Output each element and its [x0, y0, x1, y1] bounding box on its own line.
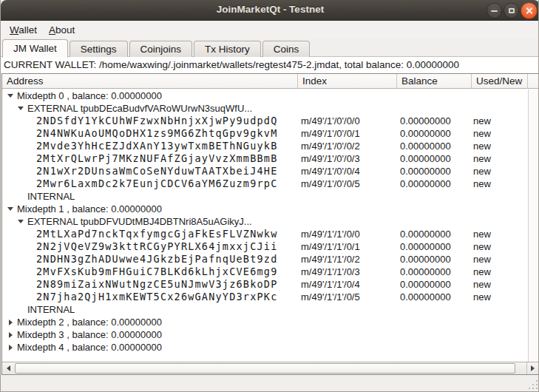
status-cell: new: [473, 253, 491, 266]
address-row[interactable]: 2MvFXsKub9mFHGuiC7BLKd6kLhjxCVE6mg9m/49'…: [2, 266, 527, 278]
branch-row[interactable]: INTERNAL: [2, 190, 527, 203]
status-cell: new: [473, 278, 491, 291]
mixdepth-row[interactable]: Mixdepth 3 , balance: 0.00000000: [2, 328, 527, 341]
close-button[interactable]: [521, 2, 538, 19]
status-cell: new: [473, 165, 491, 178]
tree-rows: Mixdepth 0 , balance: 0.00000000EXTERNAL…: [2, 89, 527, 354]
status-cell: new: [473, 127, 491, 140]
tree-header: Address Index Balance Used/New: [2, 74, 538, 89]
address-row[interactable]: 2NDSfdY1YkCUhWFzwxNbHnjxXjwPy9udpdQm/49'…: [2, 115, 527, 127]
branch-row[interactable]: EXTERNAL tpubDFVUDtMBJ4DBTNri8A5uAGikyJ.…: [2, 215, 527, 228]
column-header-used-new[interactable]: Used/New: [472, 74, 528, 89]
index-cell: m/49'/1'/1'/0/4: [301, 278, 360, 291]
current-wallet-banner: CURRENT WALLET: /home/waxwing/.joinmarke…: [1, 57, 539, 73]
minimize-icon: [491, 10, 498, 12]
index-cell: m/49'/1'/1'/0/0: [301, 228, 360, 240]
column-header-balance[interactable]: Balance: [397, 74, 472, 89]
title-bar[interactable]: JoinMarketQt - Testnet: [1, 0, 539, 21]
index-cell: m/49'/1'/1'/0/1: [301, 240, 360, 253]
column-header-index[interactable]: Index: [298, 74, 397, 89]
status-cell: new: [473, 115, 491, 127]
scroll-left-icon: [7, 365, 10, 371]
address-row[interactable]: 2N89miZaixNWutNgzCE5uNJmwV3jz6BkoDPm/49'…: [2, 278, 527, 291]
address-row[interactable]: 2N2jVQeVZ9w3kttRCGyPYRLX64jmxxjCJiim/49'…: [2, 240, 527, 253]
mixdepth-label: Mixdepth 0 , balance: 0.00000000: [17, 89, 162, 102]
address-cell: 2MvFXsKub9mFHGuiC7BLKd6kLhjxCVE6mg9: [36, 266, 277, 278]
status-cell: new: [473, 240, 491, 253]
window-title: JoinMarketQt - Testnet: [1, 4, 539, 15]
index-cell: m/49'/1'/0'/0/4: [301, 165, 360, 178]
menu-item-about[interactable]: About: [43, 23, 81, 37]
balance-cell: 0.00000000: [400, 278, 451, 291]
address-row[interactable]: 2Mvde3YhHcEZJdXAnY13ywTxmBEThNGuykBm/49'…: [2, 140, 527, 152]
scroll-right-icon: [531, 365, 535, 371]
horizontal-scrollbar[interactable]: [2, 362, 538, 374]
address-cell: 2MtXrQLwrPj7MKzNUFAfZGjayVvzXmmBBmB: [36, 152, 277, 165]
balance-cell: 0.00000000: [400, 291, 451, 303]
maximize-icon: [509, 8, 515, 13]
branch-row[interactable]: INTERNAL: [2, 303, 527, 316]
status-cell: new: [473, 266, 491, 278]
address-cell: 2N2jVQeVZ9w3kttRCGyPYRLX64jmxxjCJii: [36, 240, 277, 253]
collapse-arrow-icon[interactable]: [5, 316, 16, 328]
index-cell: m/49'/1'/1'/0/3: [301, 266, 360, 278]
expand-arrow-icon[interactable]: [5, 89, 16, 102]
mixdepth-row[interactable]: Mixdepth 4 , balance: 0.00000000: [2, 341, 527, 354]
collapse-arrow-icon[interactable]: [5, 328, 16, 341]
scroll-right-button[interactable]: [526, 362, 538, 374]
address-row[interactable]: 2NDHN3gZhADUwwe4JGkzbEjPafnqUeBt9zdm/49'…: [2, 253, 527, 266]
window-controls: [485, 2, 538, 19]
index-cell: m/49'/1'/1'/0/2: [301, 253, 360, 266]
tab-jm-wallet[interactable]: JM Wallet: [2, 39, 68, 58]
menu-item-wallet[interactable]: Wallet: [4, 23, 43, 37]
mixdepth-label: Mixdepth 3 , balance: 0.00000000: [17, 328, 162, 341]
tab-settings[interactable]: Settings: [70, 41, 128, 57]
expand-arrow-icon[interactable]: [16, 102, 26, 115]
scrollbar-thumb[interactable]: [15, 363, 515, 374]
mixdepth-row[interactable]: Mixdepth 0 , balance: 0.00000000: [2, 89, 527, 102]
mixdepth-label: Mixdepth 2 , balance: 0.00000000: [17, 316, 162, 328]
mixdepth-row[interactable]: Mixdepth 2 , balance: 0.00000000: [2, 316, 527, 328]
balance-cell: 0.00000000: [400, 266, 451, 278]
tab-tx-history[interactable]: Tx History: [194, 41, 261, 57]
address-cell: 2N89miZaixNWutNgzCE5uNJmwV3jz6BkoDP: [36, 278, 277, 291]
branch-label: INTERNAL: [27, 303, 75, 316]
balance-cell: 0.00000000: [400, 140, 451, 152]
collapse-arrow-icon[interactable]: [5, 341, 16, 354]
address-row[interactable]: 2MtLXaPd7nckTqxfymgcGjaFkEsFLVZNwkwm/49'…: [2, 228, 527, 240]
expand-arrow-icon[interactable]: [16, 215, 26, 228]
index-cell: m/49'/1'/0'/0/3: [301, 152, 360, 165]
address-row[interactable]: 2N7jha2QjH1xmKEWT5Cx26wGANyYD3rxPKcm/49'…: [2, 291, 527, 303]
balance-cell: 0.00000000: [400, 152, 451, 165]
column-header-address[interactable]: Address: [2, 74, 298, 89]
resize-grip[interactable]: [528, 379, 538, 389]
mixdepth-row[interactable]: Mixdepth 1 , balance: 0.00000000: [2, 203, 527, 215]
address-cell: 2MtLXaPd7nckTqxfymgcGjaFkEsFLVZNwkw: [36, 228, 277, 240]
index-cell: m/49'/1'/0'/0/1: [301, 127, 360, 140]
menu-bar: WalletAbout: [1, 21, 539, 38]
minimize-button[interactable]: [487, 3, 502, 18]
address-row[interactable]: 2N4NWKuAoUMQoDHX1zs9MG6ZhtqGpv9gkvMm/49'…: [2, 127, 527, 140]
tab-coinjoins[interactable]: Coinjoins: [129, 41, 193, 57]
address-row[interactable]: 2MtXrQLwrPj7MKzNUFAfZGjayVvzXmmBBmBm/49'…: [2, 152, 527, 165]
tab-coins[interactable]: Coins: [262, 41, 311, 57]
index-cell: m/49'/1'/1'/0/5: [301, 291, 360, 303]
joinmarket-window: JoinMarketQt - Testnet WalletAbout JM Wa…: [0, 0, 539, 392]
status-cell: new: [473, 152, 491, 165]
index-cell: m/49'/1'/0'/0/5: [301, 178, 360, 190]
address-row[interactable]: 2N1wXr2DUnsaWmCoSeNYduwTAATXbeiJ4HEm/49'…: [2, 165, 527, 178]
address-cell: 2Mvde3YhHcEZJdXAnY13ywTxmBEThNGuykB: [36, 140, 277, 152]
address-row[interactable]: 2Mwr6LaxmDc2k7EunjCDCV6aYM6Zuzm9rpCm/49'…: [2, 178, 527, 190]
address-cell: 2NDHN3gZhADUwwe4JGkzbEjPafnqUeBt9zd: [36, 253, 277, 266]
tab-bar: JM WalletSettingsCoinjoinsTx HistoryCoin…: [1, 38, 539, 57]
scroll-left-button[interactable]: [2, 362, 14, 374]
balance-cell: 0.00000000: [400, 253, 451, 266]
wallet-tree: Address Index Balance Used/New Mixdepth …: [1, 73, 539, 375]
maximize-button[interactable]: [504, 3, 519, 18]
balance-cell: 0.00000000: [400, 115, 451, 127]
balance-cell: 0.00000000: [400, 165, 451, 178]
branch-label: EXTERNAL tpubDEcaBudvfVARoWUrwN3suqWfU..…: [27, 102, 252, 115]
balance-cell: 0.00000000: [400, 240, 451, 253]
expand-arrow-icon[interactable]: [5, 203, 16, 215]
branch-row[interactable]: EXTERNAL tpubDEcaBudvfVARoWUrwN3suqWfU..…: [2, 102, 527, 115]
